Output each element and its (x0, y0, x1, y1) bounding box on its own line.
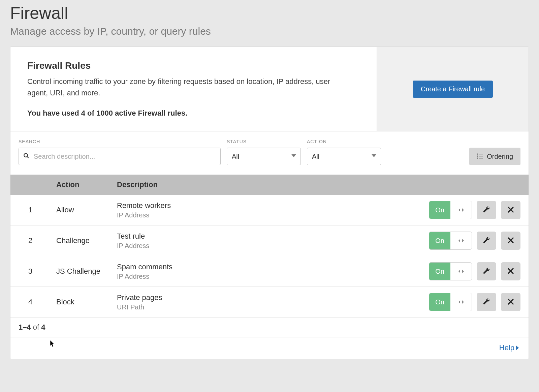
cursor-icon (50, 340, 55, 349)
delete-button[interactable] (501, 201, 520, 219)
row-action: Allow (56, 206, 117, 214)
table-header: Action Description (10, 175, 529, 195)
delete-button[interactable] (501, 262, 520, 280)
toggle-handle (450, 263, 472, 280)
row-description-subtitle: URI Path (117, 303, 425, 311)
toggle-on-label: On (429, 201, 450, 219)
delete-button[interactable] (501, 232, 520, 250)
row-action: JS Challenge (56, 267, 117, 276)
row-description-title: Remote workers (117, 201, 425, 210)
row-number: 4 (19, 298, 56, 306)
search-label: SEARCH (19, 139, 221, 144)
toggle-on-label: On (429, 293, 450, 311)
close-icon (508, 237, 514, 244)
chevron-right-icon (516, 343, 519, 352)
svg-line-1 (27, 156, 29, 158)
section-description: Control incoming traffic to your zone by… (27, 76, 351, 99)
toggle-handle (450, 293, 472, 311)
pagination: 1–4 of 4 (10, 318, 529, 337)
svg-point-4 (477, 155, 478, 156)
action-label: ACTION (307, 139, 381, 144)
row-description-title: Private pages (117, 293, 425, 302)
wrench-icon (483, 267, 490, 276)
row-action: Challenge (56, 236, 117, 245)
wrench-icon (483, 298, 490, 306)
section-title: Firewall Rules (27, 60, 360, 71)
wrench-icon (483, 206, 490, 214)
toggle-handle (450, 201, 472, 219)
search-input[interactable] (19, 148, 221, 165)
row-action: Block (56, 298, 117, 306)
help-link[interactable]: Help (499, 343, 519, 352)
page-subtitle: Manage access by IP, country, or query r… (10, 26, 529, 37)
svg-rect-5 (479, 156, 483, 156)
page-title: Firewall (10, 3, 529, 23)
status-label: STATUS (227, 139, 301, 144)
search-icon (23, 153, 29, 160)
row-description-subtitle: IP Address (117, 211, 425, 219)
column-description: Description (117, 180, 425, 189)
row-description-title: Test rule (117, 232, 425, 241)
row-number: 2 (19, 236, 56, 245)
svg-rect-7 (479, 158, 483, 158)
create-firewall-rule-button[interactable]: Create a Firewall rule (413, 81, 493, 98)
close-icon (508, 299, 514, 306)
action-select[interactable]: All (307, 148, 381, 165)
toggle-on-label: On (429, 263, 450, 280)
toggle-handle (450, 232, 472, 249)
close-icon (508, 207, 514, 214)
delete-button[interactable] (501, 293, 520, 311)
column-action: Action (56, 180, 117, 189)
svg-point-0 (24, 153, 28, 157)
table-row: 4 Block Private pages URI Path On (10, 287, 529, 318)
close-icon (508, 268, 514, 275)
toggle-switch[interactable]: On (429, 232, 472, 250)
edit-button[interactable] (477, 232, 496, 250)
edit-button[interactable] (477, 262, 496, 280)
toggle-on-label: On (429, 232, 450, 249)
usage-count: You have used 4 of 1000 active Firewall … (27, 109, 360, 118)
ordering-label: Ordering (487, 153, 513, 160)
svg-rect-3 (479, 154, 483, 154)
table-row: 2 Challenge Test rule IP Address On (10, 225, 529, 256)
wrench-icon (483, 237, 490, 245)
svg-point-6 (477, 157, 478, 158)
row-description-subtitle: IP Address (117, 273, 425, 280)
edit-button[interactable] (477, 201, 496, 219)
toggle-switch[interactable]: On (429, 201, 472, 219)
toggle-switch[interactable]: On (429, 293, 472, 311)
svg-point-2 (477, 153, 478, 154)
table-row: 3 JS Challenge Spam comments IP Address … (10, 256, 529, 287)
firewall-card: Firewall Rules Control incoming traffic … (10, 47, 529, 359)
table-row: 1 Allow Remote workers IP Address On (10, 195, 529, 225)
list-icon (477, 153, 483, 160)
ordering-button[interactable]: Ordering (469, 148, 520, 165)
status-select[interactable]: All (227, 148, 301, 165)
row-number: 1 (19, 206, 56, 214)
edit-button[interactable] (477, 293, 496, 311)
row-description-title: Spam comments (117, 263, 425, 271)
toggle-switch[interactable]: On (429, 262, 472, 280)
row-number: 3 (19, 267, 56, 276)
row-description-subtitle: IP Address (117, 242, 425, 250)
